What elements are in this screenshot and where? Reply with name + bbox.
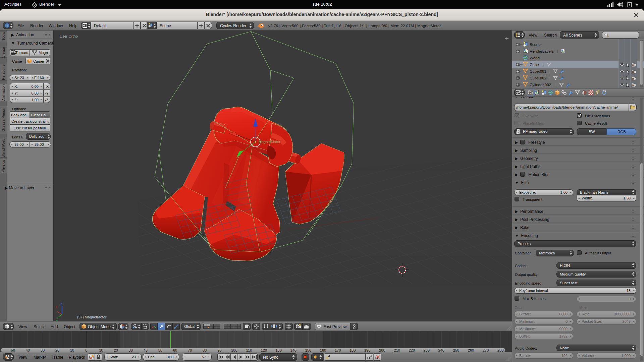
svg-text:User Ortho: User Ortho [60,34,78,38]
svg-text:Z: Z [60,302,62,306]
svg-text:(57) MagnetMotor: (57) MagnetMotor [77,315,107,319]
svg-text:MagnetMotor: MagnetMotor [259,140,280,144]
svg-text:i: i [6,23,7,27]
svg-text:X: X [55,305,58,309]
